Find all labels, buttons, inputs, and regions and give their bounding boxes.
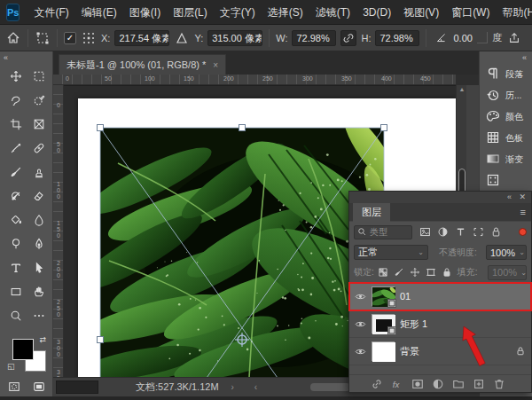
frame-tool[interactable] [28, 114, 50, 134]
menu-item-V[interactable]: 视图(V) [397, 0, 445, 25]
marquee-tool[interactable] [28, 66, 50, 86]
lock-transparent-icon[interactable] [378, 267, 388, 278]
lock-artboard-icon[interactable] [426, 267, 436, 278]
shape-filter-icon[interactable] [473, 226, 484, 238]
adjust-filter-icon[interactable] [437, 226, 449, 238]
swap-colors-icon[interactable]: ⇄ [39, 335, 46, 344]
fill-select[interactable]: 100%⌄ [488, 265, 527, 280]
lasso-tool[interactable] [5, 90, 27, 110]
crop-tool[interactable] [5, 114, 27, 134]
quickmask-button[interactable] [5, 376, 23, 396]
dock-collapse-icon[interactable]: « [522, 53, 527, 62]
foreground-color[interactable] [12, 339, 34, 360]
layer-thumbnail[interactable] [372, 314, 395, 333]
menu-item-F[interactable]: 文件(F) [27, 0, 74, 25]
horizontal-scroll-thumb[interactable] [310, 383, 350, 391]
dodge-tool[interactable] [5, 233, 27, 254]
visibility-eye-icon[interactable] [355, 346, 366, 357]
stamp-tool[interactable] [28, 161, 50, 182]
menu-item-T[interactable]: 滤镜(T) [309, 0, 356, 25]
eraser-tool[interactable] [28, 185, 50, 206]
pen-tool[interactable] [28, 233, 50, 254]
bucket-tool[interactable] [5, 209, 27, 230]
panel-menu-icon[interactable]: ≡ [520, 207, 526, 217]
dock-item-颜色[interactable]: 颜色 [480, 106, 532, 128]
layer-style-icon[interactable]: fx [391, 378, 403, 390]
new-layer-icon[interactable] [473, 378, 485, 390]
w-input[interactable]: 72.98% [292, 30, 336, 46]
link-layers-icon[interactable] [371, 378, 383, 390]
leaves-image[interactable] [100, 128, 384, 377]
tab-close-icon[interactable]: × [213, 60, 218, 70]
hand-tool[interactable] [28, 281, 50, 302]
layer-mask-icon[interactable] [411, 378, 424, 390]
y-input[interactable]: 315.00 像素 [207, 30, 262, 46]
h-input[interactable]: 72.98% [375, 30, 419, 46]
new-group-icon[interactable] [452, 378, 465, 390]
document-tab[interactable]: 未标题-1 @ 100% (01, RGB/8) * × [59, 54, 226, 75]
default-colors-icon[interactable]: ◱ [7, 362, 15, 371]
menu-item-W[interactable]: 窗口(W) [445, 0, 496, 25]
menu-item-L[interactable]: 图层(L) [167, 0, 214, 25]
blend-mode-select[interactable]: 正常⌄ [354, 245, 428, 260]
home-icon[interactable] [5, 30, 21, 46]
healing-tool[interactable] [28, 137, 50, 158]
menu-item-H[interactable]: 帮助(H) [496, 0, 532, 25]
lock-move-icon[interactable] [410, 267, 420, 278]
panel-close-icon[interactable]: ✕ [519, 192, 526, 201]
visibility-eye-icon[interactable] [355, 291, 366, 302]
blur-tool[interactable] [28, 209, 50, 230]
menu-item-Y[interactable]: 文字(Y) [214, 0, 262, 25]
quick-select-tool[interactable] [28, 90, 50, 110]
path-select-tool[interactable] [28, 257, 50, 278]
layer-search-box[interactable]: 类型 [354, 225, 412, 239]
menu-item-S[interactable]: 选择(S) [262, 0, 309, 25]
screenmode-button[interactable] [30, 376, 48, 396]
angle-input[interactable]: 0.00 [453, 33, 472, 43]
link-dimensions-icon[interactable] [340, 30, 356, 46]
brush-tool[interactable] [5, 161, 27, 182]
menu-item-E[interactable]: 编辑(E) [75, 0, 123, 25]
image-filter-icon[interactable] [419, 226, 431, 238]
opacity-select[interactable]: 100%⌄ [486, 245, 527, 260]
status-nav-arrows[interactable]: › ‹ [231, 382, 266, 392]
type-filter-icon[interactable] [455, 226, 466, 238]
dock-item-pattern[interactable] [480, 170, 532, 192]
x-input[interactable]: 217.54 像素 [114, 30, 169, 46]
dock-item-历...[interactable]: 历... [480, 85, 532, 106]
hruler-label: 200 [223, 75, 234, 82]
visibility-eye-icon[interactable] [355, 318, 366, 330]
ellipsis-tool[interactable] [28, 305, 50, 325]
shape-tool[interactable] [5, 281, 27, 302]
zoom-tool[interactable] [5, 305, 27, 325]
panel-collapse-icon[interactable]: « [507, 192, 512, 201]
eyedropper-tool[interactable] [5, 137, 27, 158]
dock-item-段落[interactable]: 段落 [480, 64, 532, 85]
reference-point-grid-icon[interactable] [81, 30, 97, 46]
menu-item-I[interactable]: 图像(I) [123, 0, 167, 25]
dock-item-色板[interactable]: 色板 [480, 128, 532, 149]
delete-layer-icon[interactable] [493, 378, 505, 390]
reference-point-checkbox[interactable]: ✓ [64, 32, 76, 44]
share-icon[interactable] [506, 30, 522, 46]
lock-all-icon[interactable] [442, 267, 452, 278]
smart-filter-icon[interactable] [490, 226, 502, 238]
layer-thumbnail[interactable] [372, 286, 395, 306]
menu-item-3DD[interactable]: 3D(D) [356, 0, 397, 25]
layer-row-01[interactable]: 01 [349, 283, 531, 310]
adjustment-layer-icon[interactable] [432, 378, 444, 390]
layer-row-矩形 1[interactable]: 矩形 1 [349, 310, 531, 338]
zoom-level-input[interactable] [56, 380, 98, 394]
filter-toggle-icon[interactable] [519, 228, 527, 236]
lock-paint-icon[interactable] [394, 267, 404, 278]
history-brush-tool[interactable] [5, 185, 27, 206]
transform-tool-icon[interactable] [35, 30, 51, 46]
tab-layers[interactable]: 图层 [353, 203, 390, 222]
move-tool[interactable] [5, 66, 27, 86]
delta-icon[interactable] [174, 30, 190, 46]
layer-thumbnail[interactable] [372, 341, 395, 361]
dock-item-渐变[interactable]: 渐变 [480, 149, 532, 170]
toolbar-collapse-icon[interactable]: « [4, 53, 8, 62]
layer-row-背景[interactable]: 背景 [349, 338, 531, 365]
type-tool[interactable] [5, 257, 27, 278]
